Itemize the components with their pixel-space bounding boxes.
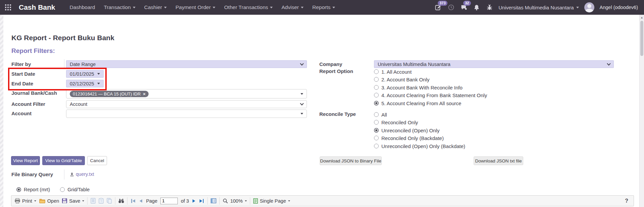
nav-payment-order[interactable]: Payment Order [171,0,220,15]
nav-other-transactions[interactable]: Other Transactions [220,0,277,15]
filter-by-select[interactable]: Date Range [66,60,307,68]
scrollbar-thumb[interactable] [640,21,643,56]
debug-bug-icon[interactable] [486,4,493,11]
report-option-radio-2[interactable]: 2. Account Bank Only [374,76,429,83]
previous-page-button[interactable] [139,199,143,203]
reconcile-type-radio-2[interactable]: Reconciled Only [374,119,418,126]
find-button[interactable] [118,198,124,203]
nav-reports[interactable]: Reports [308,0,339,15]
reconcile-type-radio-1[interactable]: All [374,111,387,118]
help-button[interactable]: ? [625,198,630,204]
chevron-down-icon [270,7,273,8]
radio-icon [60,187,65,192]
avatar[interactable] [584,2,594,12]
account-filter-select[interactable]: Account [66,100,307,108]
company-value: Universitas Multimedia Nusantara [378,62,450,67]
nav-label: Transaction [104,4,130,10]
next-page-button[interactable] [192,199,196,203]
view-report-button[interactable]: View Report [11,156,40,165]
account-multiselect[interactable] [66,110,307,118]
caret-down-icon [301,93,303,95]
radio-icon [374,77,379,82]
account-row: Account [11,110,307,119]
reconcile-type-radio-3[interactable]: Unreconciled (Open) Only [374,127,439,134]
company-select[interactable]: Universitas Multimedia Nusantara [374,60,614,68]
download-json-binary-button[interactable]: Download JSON to Binary File [320,156,382,165]
caret-down-icon [97,73,100,75]
company-row: Company Universitas Multimedia Nusantara [319,60,614,69]
radio-icon [374,85,379,90]
nav-dashboard[interactable]: Dashboard [65,0,100,15]
top-navbar: Cash Bank Dashboard Transaction Cashier … [0,0,644,15]
zoom-value: 100% [230,198,243,204]
radio-checked-icon [374,101,379,106]
cancel-button[interactable]: Cancel [87,156,107,165]
remove-tag-icon[interactable]: × [143,91,146,96]
print-button[interactable]: Print [15,198,36,204]
reconcile-type-radio-5[interactable]: Unreconciled (Open) Only (Backdate) [374,143,465,149]
notifications-bell-icon[interactable] [473,4,480,11]
page-label: Page [146,198,157,204]
printer-icon [15,198,20,203]
chevron-down-icon [164,7,167,8]
apps-grid-icon[interactable] [5,4,11,11]
single-page-icon [253,198,258,204]
page-number-input[interactable] [160,198,178,204]
toolbar-divider [127,197,127,205]
nav-transaction[interactable]: Transaction [99,0,140,15]
resources-panel-icon[interactable] [107,198,112,204]
company-switcher[interactable]: Universitas Multimedia Nusantara [498,5,579,10]
toolbar-divider [219,197,220,205]
page-total: of 3 [181,198,189,204]
vertical-scrollbar[interactable]: ▲ [639,15,644,207]
editor-toggle-icon[interactable] [211,198,216,203]
previous-page-icon [140,199,142,203]
toolbar-divider [207,197,208,205]
radio-icon [374,120,379,125]
scroll-up-icon[interactable]: ▲ [640,15,644,20]
svg-text:?: ? [101,200,102,203]
end-date-label: End Date [11,81,33,86]
open-button[interactable]: Open [39,198,59,204]
zoom-control[interactable]: 100% [223,198,247,204]
chat-badge: 32 [463,1,471,6]
download-json-txt-button[interactable]: Download JSON txt file [474,156,523,165]
radio-checked-icon [374,128,379,133]
filter-by-label: Filter by [11,61,31,67]
nav-cashier[interactable]: Cashier [140,0,171,15]
save-button[interactable]: Save [62,198,84,204]
query-file-name: query.txt [76,171,94,177]
reconcile-type-radio-4[interactable]: Reconciled Only (Backdate) [374,135,444,141]
query-file-link[interactable]: query.txt [70,171,94,177]
chat-icon[interactable]: 32 [460,4,468,11]
view-grid-table-button[interactable]: View to Grid/Table [42,156,85,165]
report-option-radio-5[interactable]: 5. Account Clearing From All source [374,100,461,107]
activities-clock-icon[interactable] [447,4,455,11]
nav-label: Reports [312,4,330,10]
chevron-down-icon [213,7,215,8]
user-menu[interactable]: Angel (odoodev6) [600,5,638,10]
nav-adviser[interactable]: Adviser [277,0,308,15]
end-date-select[interactable]: 02/12/2025 [66,80,104,87]
last-page-button[interactable] [199,199,204,203]
start-date-select[interactable]: 01/01/2025 [66,70,104,78]
report-option-radio-4[interactable]: 4. Account Clearing From Bank Statement … [374,92,487,98]
first-page-button[interactable] [130,199,136,203]
report-option-label: Report Option [319,68,353,74]
report-option-radio-3[interactable]: 3. Account Bank With Reconcile Info [374,84,463,91]
output-mode-grid-radio[interactable]: Grid/Table [60,186,90,193]
report-viewer-toolbar: Print Open Save ? Page of 3 [11,195,634,206]
app-brand[interactable]: Cash Bank [19,3,55,11]
view-mode-control[interactable]: Single Page [253,198,290,204]
report-option-radio-1[interactable]: 1. All Account [374,68,412,75]
output-mode-report-radio[interactable]: Report (mrt) [16,186,50,193]
account-filter-value: Account [70,101,87,107]
bookmarks-panel-icon[interactable] [91,198,96,204]
folder-icon [39,199,45,203]
view-mode-value: Single Page [260,198,286,204]
parameters-panel-icon[interactable]: ? [99,198,104,204]
journal-multiselect[interactable]: 0123016421 — BCA 15 (OUT) IDR × [66,89,307,98]
messages-icon[interactable]: 373 [435,4,442,11]
toolbar-divider [250,197,250,205]
account-filter-row: Account Filter Account [11,100,307,109]
